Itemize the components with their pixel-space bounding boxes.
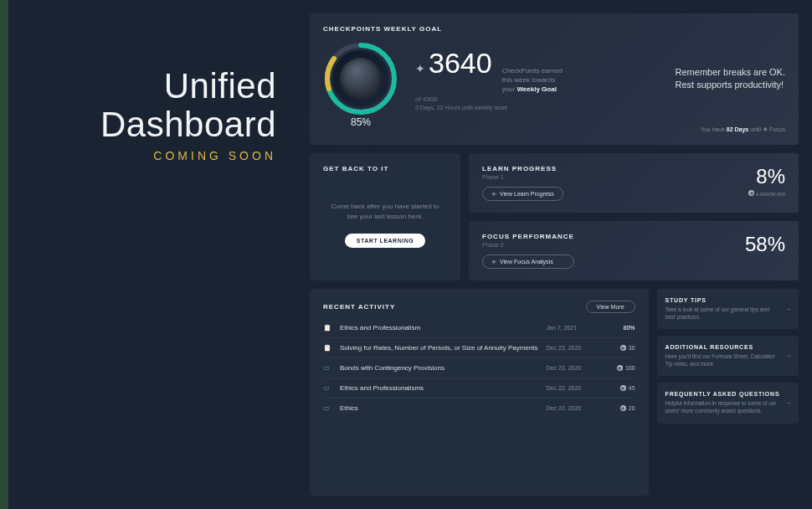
activity-date: Dec 23, 2020 — [547, 365, 597, 371]
goal-percent: 85% — [351, 116, 371, 128]
activity-type-icon: ▭ — [323, 404, 331, 412]
focus-header: FOCUS PERFORMANCE — [482, 233, 574, 240]
bottom-row: RECENT ACTIVITY View More 📋Ethics and Pr… — [310, 289, 799, 496]
goal-desc: CheckPoints earned this week towards you… — [502, 66, 563, 95]
weekly-goal-card: CHECKPOINTS WEEKLY GOAL 85% ✦ 3640 — [310, 13, 799, 145]
focus-performance-card: FOCUS PERFORMANCE Phase 2 View Focus Ana… — [469, 221, 799, 280]
activity-title: Ethics — [340, 404, 538, 412]
activity-row[interactable]: 📋Ethics and ProfessionalismJan 7, 202180… — [323, 318, 635, 337]
side-card-text: Here you'll find our Formula Sheet, Calc… — [666, 352, 790, 368]
goal-tip: Remember breaks are OK. Rest supports pr… — [676, 66, 785, 92]
activity-score: 100 — [605, 365, 635, 371]
layers-icon: ❖ — [763, 126, 768, 132]
activity-type-icon: 📋 — [323, 344, 331, 352]
activity-date: Dec 23, 2020 — [547, 345, 597, 351]
activity-type-icon: 📋 — [323, 324, 331, 332]
coin-icon — [620, 345, 626, 351]
goal-footer: You have 82 Days until ❖ Focus — [323, 126, 785, 133]
coin-icon — [748, 190, 754, 196]
side-card-header: ADDITIONAL RESOURCES — [666, 344, 790, 350]
learn-progress-phase: Phase 1 — [482, 174, 563, 180]
middle-row: GET BACK TO IT Come back after you have … — [310, 153, 799, 280]
coin-icon — [617, 365, 623, 371]
recent-header: RECENT ACTIVITY — [323, 303, 395, 311]
learn-detail: 4,000/50,000 — [748, 190, 785, 197]
side-card-text: Helpful information in response to some … — [666, 399, 790, 414]
recent-activity-card: RECENT ACTIVITY View More 📋Ethics and Pr… — [310, 289, 649, 496]
focus-percent: 58% — [745, 233, 785, 256]
arrow-right-icon: → — [784, 352, 792, 360]
activity-type-icon: ▭ — [323, 384, 331, 392]
activity-row[interactable]: ▭Bonds with Contingency ProvisionsDec 23… — [323, 357, 635, 378]
goal-image — [332, 50, 389, 107]
page-title-line1: Unified — [164, 67, 276, 105]
goal-of-total: of 4300 — [415, 95, 563, 103]
side-link-card[interactable]: ADDITIONAL RESOURCESHere you'll find our… — [657, 336, 799, 376]
side-column: STUDY TIPSTake a look at some of our gen… — [657, 289, 799, 496]
accent-strip — [0, 0, 8, 509]
goal-reset-text: 5 Days, 22 Hours until weekly reset — [415, 105, 563, 111]
side-card-header: FREQUENTLY ASKED QUESTIONS — [666, 391, 790, 397]
activity-list: 📋Ethics and ProfessionalismJan 7, 202180… — [323, 318, 635, 484]
activity-date: Dec 22, 2020 — [547, 405, 597, 411]
activity-row[interactable]: 📋Solving for Rates, Number of Periods, o… — [323, 337, 635, 357]
get-back-msg: Come back after you have started to see … — [331, 202, 439, 222]
activity-score: 20 — [605, 405, 635, 411]
activity-title: Ethics and Professionalism — [340, 324, 538, 332]
goal-points-block: ✦ 3640 CheckPoints earned this week towa… — [415, 47, 563, 111]
view-learn-progress-button[interactable]: View Learn Progress — [482, 187, 563, 201]
activity-score: 45 — [605, 385, 635, 391]
activity-title: Solving for Rates, Number of Periods, or… — [340, 344, 538, 352]
side-card-header: STUDY TIPS — [666, 297, 790, 303]
activity-type-icon: ▭ — [323, 364, 331, 372]
start-learning-button[interactable]: START LEARNING — [345, 234, 425, 248]
dashboard: CHECKPOINTS WEEKLY GOAL 85% ✦ 3640 — [301, 0, 812, 509]
learn-percent: 8% — [748, 165, 785, 188]
progress-ring: 85% — [323, 41, 398, 116]
coin-icon — [620, 385, 626, 391]
intro-panel: Unified Dashboard COMING SOON — [8, 0, 301, 509]
coin-icon — [620, 405, 626, 411]
get-back-card: GET BACK TO IT Come back after you have … — [310, 153, 460, 280]
page-title-line2: Dashboard — [100, 105, 276, 144]
page-subtitle: COMING SOON — [153, 149, 276, 162]
activity-row[interactable]: ▭EthicsDec 22, 2020 20 — [323, 398, 635, 418]
goal-points: 3640 — [429, 47, 492, 80]
arrow-right-icon: → — [784, 398, 792, 407]
learn-progress-card: LEARN PROGRESS Phase 1 View Learn Progre… — [469, 153, 799, 213]
focus-phase: Phase 2 — [482, 242, 574, 248]
side-card-text: Take a look at some of our general tips … — [666, 306, 790, 321]
side-link-card[interactable]: STUDY TIPSTake a look at some of our gen… — [657, 289, 799, 329]
side-link-card[interactable]: FREQUENTLY ASKED QUESTIONSHelpful inform… — [657, 383, 799, 423]
arrow-right-icon: → — [784, 305, 792, 313]
get-back-header: GET BACK TO IT — [323, 165, 447, 172]
activity-date: Dec 22, 2020 — [547, 385, 597, 391]
activity-title: Bonds with Contingency Provisions — [340, 364, 538, 372]
activity-row[interactable]: ▭Ethics and ProfessionalismsDec 22, 2020… — [323, 378, 635, 398]
learn-progress-header: LEARN PROGRESS — [482, 165, 563, 172]
activity-score: 80% — [605, 325, 635, 331]
weekly-goal-header: CHECKPOINTS WEEKLY GOAL — [323, 25, 785, 33]
star-icon: ✦ — [415, 62, 425, 75]
activity-title: Ethics and Professionalisms — [340, 384, 538, 392]
view-more-button[interactable]: View More — [586, 301, 635, 313]
activity-score: 30 — [605, 345, 635, 351]
activity-date: Jan 7, 2021 — [547, 325, 597, 331]
view-focus-analysis-button[interactable]: View Focus Analysis — [482, 254, 574, 269]
